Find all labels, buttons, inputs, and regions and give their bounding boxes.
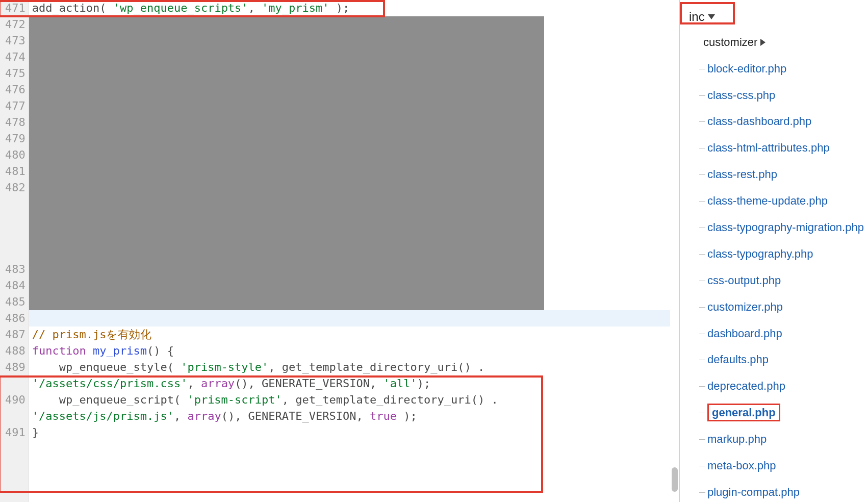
- file-item[interactable]: class-theme-update.php: [689, 188, 868, 214]
- line-number-gutter: 471 472 473 474 475 476 477 478 479 480 …: [0, 0, 29, 502]
- masked-region: [29, 180, 544, 261]
- line-number: 485: [5, 294, 25, 310]
- file-item[interactable]: class-html-attributes.php: [689, 135, 868, 161]
- line-number: 484: [5, 278, 25, 294]
- file-label: defaults.php: [707, 353, 769, 366]
- file-item[interactable]: meta-box.php: [689, 453, 868, 479]
- tree-root-folder[interactable]: inc: [689, 5, 721, 29]
- file-item[interactable]: class-dashboard.php: [689, 108, 868, 135]
- file-item[interactable]: block-editor.php: [689, 56, 868, 82]
- line-number: 487: [5, 327, 25, 343]
- code-token: array: [201, 377, 235, 390]
- folder-label: customizer: [703, 34, 757, 51]
- line-number: 471: [5, 0, 25, 16]
- file-item[interactable]: class-typography-migration.php: [689, 214, 868, 241]
- masked-region: [29, 33, 544, 49]
- code-line-491[interactable]: }: [29, 424, 679, 441]
- file-item[interactable]: css-output.php: [689, 267, 868, 294]
- code-token: , get_template_directory_uri() .: [268, 361, 491, 373]
- line-number: 472: [5, 16, 25, 33]
- code-token: 'wp_enqueue_scripts': [113, 2, 248, 14]
- code-line-488[interactable]: function my_prism() {: [29, 343, 679, 359]
- file-item[interactable]: defaults.php: [689, 346, 868, 373]
- code-line-471[interactable]: add_action( 'wp_enqueue_scripts', 'my_pr…: [29, 0, 679, 16]
- file-item[interactable]: customizer.php: [689, 294, 868, 320]
- scrollbar-thumb[interactable]: [672, 467, 678, 492]
- file-label: dashboard.php: [707, 327, 782, 340]
- file-label: deprecated.php: [707, 380, 785, 392]
- code-token: ,: [187, 377, 201, 390]
- file-item[interactable]: deprecated.php: [689, 373, 868, 399]
- code-token: );: [417, 377, 431, 390]
- line-number: 474: [5, 49, 25, 65]
- line-number: 491: [5, 424, 25, 441]
- code-token: () {: [147, 344, 174, 357]
- file-item[interactable]: dashboard.php: [689, 320, 868, 347]
- masked-region: [29, 65, 544, 82]
- file-label: class-css.php: [707, 89, 775, 102]
- code-token: // prism.jsを有効化: [32, 328, 152, 341]
- folder-label: inc: [689, 8, 705, 26]
- masked-region: [29, 163, 544, 180]
- file-tree-sidebar[interactable]: inc customizer block-editor.php class-cs…: [679, 0, 868, 502]
- file-label: class-theme-update.php: [707, 194, 828, 207]
- code-token: ,: [174, 410, 188, 422]
- code-line-490b[interactable]: '/assets/js/prism.js', array(), GENERATE…: [29, 408, 679, 424]
- code-token: );: [329, 2, 350, 14]
- vertical-scrollbar[interactable]: [670, 0, 679, 502]
- code-token: my_prism: [93, 344, 147, 357]
- tree-subfolder[interactable]: customizer: [689, 29, 868, 56]
- file-item[interactable]: plugin-compat.php: [689, 479, 868, 502]
- line-number: 483: [5, 261, 25, 278]
- file-label: plugin-compat.php: [707, 486, 800, 498]
- code-line-486[interactable]: [29, 310, 679, 327]
- file-label: class-html-attributes.php: [707, 141, 830, 154]
- chevron-down-icon: [708, 14, 715, 19]
- line-number: 482: [5, 180, 25, 261]
- line-number: 479: [5, 131, 25, 147]
- masked-region: [29, 147, 544, 163]
- line-number: 477: [5, 98, 25, 114]
- masked-region: [29, 49, 544, 65]
- code-token: true: [370, 410, 397, 422]
- code-token: 'prism-script': [187, 393, 282, 406]
- code-token: }: [32, 426, 39, 439]
- code-line-490a[interactable]: wp_enqueue_script( 'prism-script', get_t…: [29, 392, 679, 408]
- code-token: wp_enqueue_script(: [32, 393, 188, 406]
- line-number: 473: [5, 33, 25, 49]
- file-item[interactable]: class-css.php: [689, 82, 868, 109]
- line-number: 478: [5, 114, 25, 131]
- code-area[interactable]: add_action( 'wp_enqueue_scripts', 'my_pr…: [29, 0, 679, 502]
- file-label: general.php: [707, 404, 780, 421]
- file-item[interactable]: class-typography.php: [689, 241, 868, 267]
- line-number: 480: [5, 147, 25, 163]
- file-label: class-typography.php: [707, 247, 813, 260]
- code-line-489a[interactable]: wp_enqueue_style( 'prism-style', get_tem…: [29, 359, 679, 375]
- file-label: class-typography-migration.php: [707, 221, 864, 234]
- file-item[interactable]: class-rest.php: [689, 161, 868, 188]
- file-item-selected[interactable]: general.php: [689, 399, 868, 426]
- file-label: css-output.php: [707, 274, 781, 287]
- line-number: 486: [5, 310, 25, 327]
- line-number: 490: [5, 392, 25, 424]
- code-line-489b[interactable]: '/assets/css/prism.css', array(), GENERA…: [29, 375, 679, 392]
- line-number: 476: [5, 82, 25, 98]
- code-token: 'prism-style': [181, 361, 268, 373]
- masked-region: [29, 98, 544, 114]
- code-token: array: [187, 410, 221, 422]
- line-number: 489: [5, 359, 25, 392]
- code-token: , get_template_directory_uri() .: [282, 393, 505, 406]
- masked-region: [29, 16, 544, 33]
- file-label: customizer.php: [707, 300, 783, 313]
- masked-region: [29, 278, 544, 294]
- file-label: meta-box.php: [707, 459, 776, 472]
- line-number: 488: [5, 343, 25, 359]
- code-token: wp_enqueue_style(: [32, 361, 181, 373]
- code-line-487[interactable]: // prism.jsを有効化: [29, 327, 679, 343]
- code-token: 'all': [384, 377, 417, 390]
- masked-region: [29, 294, 544, 310]
- code-editor[interactable]: 471 472 473 474 475 476 477 478 479 480 …: [0, 0, 679, 502]
- code-token: ,: [248, 2, 262, 14]
- file-item[interactable]: markup.php: [689, 426, 868, 453]
- line-number: 481: [5, 163, 25, 180]
